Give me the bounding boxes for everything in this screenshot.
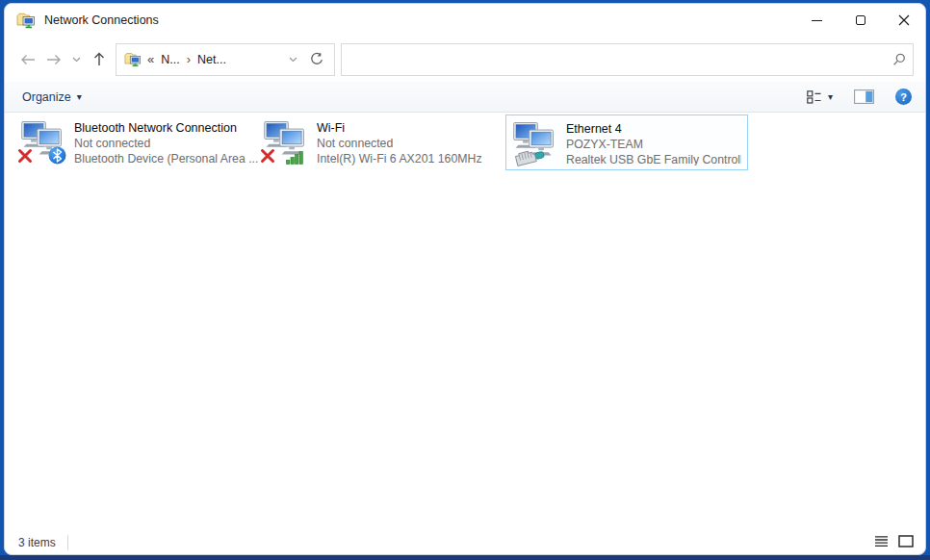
recent-locations-button[interactable] xyxy=(66,45,86,74)
connection-item-bluetooth[interactable]: Bluetooth Network Connection Not connect… xyxy=(20,116,259,167)
up-button[interactable] xyxy=(86,45,112,74)
search-box xyxy=(341,43,914,76)
refresh-button[interactable] xyxy=(303,52,328,66)
search-input[interactable] xyxy=(349,44,891,75)
views-caret-icon: ▾ xyxy=(828,91,833,102)
forward-arrow-icon xyxy=(46,54,62,65)
organize-caret-icon: ▾ xyxy=(77,91,82,102)
chevron-down-icon xyxy=(72,57,81,63)
refresh-icon xyxy=(309,52,323,66)
minimize-icon xyxy=(812,20,822,21)
close-button[interactable] xyxy=(882,4,925,37)
large-icons-view-button[interactable] xyxy=(898,534,914,551)
bluetooth-icon xyxy=(48,146,66,165)
connection-device: Bluetooth Device (Personal Area ... xyxy=(74,151,258,166)
breadcrumb-current[interactable]: Net... xyxy=(194,51,229,68)
thumbnail-view-icon xyxy=(898,535,914,547)
maximize-icon xyxy=(856,15,865,25)
location-icon xyxy=(124,52,142,67)
disconnected-x-icon xyxy=(260,148,275,164)
organize-label: Organize xyxy=(22,90,71,104)
desktop-bottom-strip xyxy=(0,555,930,560)
list-view-icon xyxy=(874,535,889,547)
address-dropdown-button[interactable] xyxy=(282,57,303,63)
forward-button[interactable] xyxy=(40,45,66,74)
change-view-button[interactable]: ▾ xyxy=(805,87,835,107)
search-icon[interactable] xyxy=(891,53,905,66)
connection-status: Not connected xyxy=(317,136,482,151)
connection-status: POZYX-TEAM xyxy=(566,137,741,152)
connection-texts: Wi-Fi Not connected Intel(R) Wi-Fi 6 AX2… xyxy=(317,116,482,167)
breadcrumb-parent[interactable]: N... xyxy=(158,51,182,68)
connection-name: Wi-Fi xyxy=(317,120,482,136)
minimize-button[interactable] xyxy=(795,4,839,37)
connection-texts: Ethernet 4 POZYX-TEAM Realtek USB GbE Fa… xyxy=(566,117,741,165)
help-question-icon: ? xyxy=(900,91,907,103)
preview-pane-icon xyxy=(854,89,874,104)
connection-item-ethernet[interactable]: Ethernet 4 POZYX-TEAM Realtek USB GbE Fa… xyxy=(505,115,748,170)
navigation-toolbar: « N... › Net... xyxy=(5,37,925,82)
up-arrow-icon xyxy=(93,52,105,66)
window-title: Network Connections xyxy=(44,13,159,27)
back-button[interactable] xyxy=(14,45,40,74)
command-bar: Organize ▾ ▾ xyxy=(5,82,925,113)
wifi-signal-icon xyxy=(286,150,305,165)
status-bar: 3 items xyxy=(5,531,925,554)
ethernet-connection-icon xyxy=(512,122,558,168)
titlebar: Network Connections xyxy=(5,4,925,37)
status-view-toggles xyxy=(874,534,914,551)
connection-texts: Bluetooth Network Connection Not connect… xyxy=(74,116,258,167)
wifi-connection-icon xyxy=(263,121,309,167)
close-icon xyxy=(898,14,910,26)
maximize-button[interactable] xyxy=(839,4,882,37)
breadcrumb-overflow-chevron[interactable]: « xyxy=(147,52,154,66)
connection-name: Ethernet 4 xyxy=(566,121,741,137)
caption-buttons xyxy=(795,4,925,37)
connections-list: Bluetooth Network Connection Not connect… xyxy=(5,113,925,531)
breadcrumb-separator: › xyxy=(183,52,194,66)
help-button[interactable]: ? xyxy=(895,89,912,105)
views-grid-icon xyxy=(807,89,822,104)
ethernet-plug-icon xyxy=(514,147,547,166)
details-view-button[interactable] xyxy=(874,534,889,551)
status-divider xyxy=(67,535,68,550)
items-count: 3 items xyxy=(18,536,56,549)
connection-device: Intel(R) Wi-Fi 6 AX201 160MHz xyxy=(317,151,482,166)
chevron-down-icon xyxy=(289,57,297,63)
command-bar-right: ▾ ? xyxy=(805,87,912,107)
network-connections-app-icon xyxy=(16,13,36,29)
connection-device: Realtek USB GbE Family Controlle... xyxy=(566,152,741,165)
organize-button[interactable]: Organize ▾ xyxy=(22,90,82,104)
bluetooth-connection-icon xyxy=(20,121,66,167)
connection-item-wifi[interactable]: Wi-Fi Not connected Intel(R) Wi-Fi 6 AX2… xyxy=(263,116,502,167)
network-connections-window: Network Connections xyxy=(4,3,926,555)
preview-pane-button[interactable] xyxy=(854,89,874,104)
disconnected-x-icon xyxy=(17,148,33,164)
back-arrow-icon xyxy=(20,54,36,65)
connection-status: Not connected xyxy=(74,136,258,151)
address-bar[interactable]: « N... › Net... xyxy=(116,43,335,76)
connection-name: Bluetooth Network Connection xyxy=(74,120,258,136)
